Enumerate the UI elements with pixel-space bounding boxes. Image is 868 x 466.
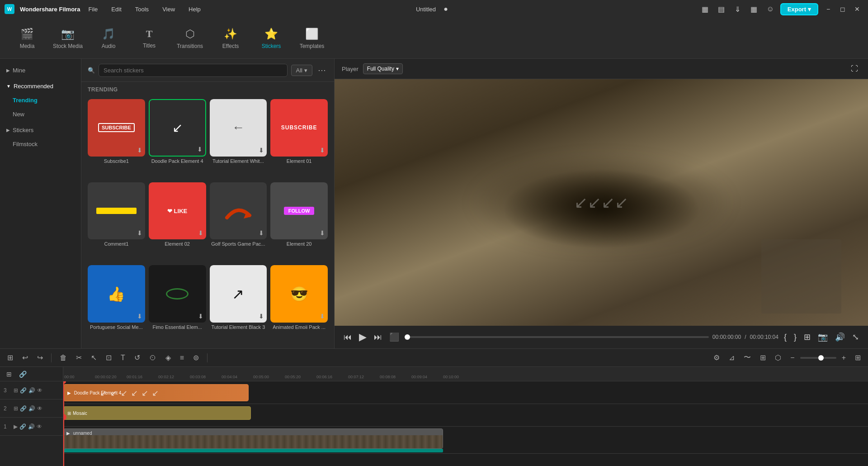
sticker-element02[interactable]: ❤ LIKE ⬇ Element 02 [149, 182, 206, 262]
apps-icon[interactable]: ▦ [748, 3, 760, 15]
track3-link-icon[interactable]: 🔗 [20, 387, 27, 394]
text-button[interactable]: T [118, 352, 128, 364]
zoom-slider[interactable] [800, 357, 836, 359]
download-emoji-icon[interactable]: ⬇ [320, 313, 325, 320]
menu-help[interactable]: Help [186, 4, 203, 14]
sidebar-header-mine[interactable]: ▶ Mine [0, 63, 81, 77]
filter-dropdown[interactable]: All ▾ [291, 65, 312, 76]
user-icon[interactable]: ☺ [764, 3, 777, 15]
toolbar-stickers[interactable]: ⭐ Stickers [253, 22, 289, 55]
sticker-tut-black[interactable]: ↗ ⬇ Tutorial Element Black 3 [210, 265, 267, 345]
zoom-in-button[interactable]: + [839, 352, 849, 364]
menu-tools[interactable]: Tools [132, 4, 151, 14]
mask-button[interactable]: ⊚ [190, 352, 202, 364]
menu-view[interactable]: View [160, 4, 178, 14]
project-status-icon[interactable]: ● [439, 3, 452, 15]
volume-icon[interactable]: 🔊 [833, 330, 847, 344]
zoom-out-button[interactable]: − [788, 352, 797, 364]
preview-fullscreen-icon[interactable]: ⛶ [848, 62, 861, 75]
track2-eye-icon[interactable]: 👁 [37, 405, 42, 412]
toolbar-titles[interactable]: T Titles [131, 22, 167, 55]
close-button[interactable]: ✕ [851, 3, 863, 15]
rotate-button[interactable]: ↺ [132, 352, 143, 364]
track2-volume-icon[interactable]: 🔊 [28, 405, 35, 412]
progress-bar[interactable] [405, 336, 709, 338]
settings-icon[interactable]: ⚙ [711, 352, 722, 364]
split-screen-icon[interactable]: ⊞ [757, 352, 769, 364]
track1-eye-icon[interactable]: 👁 [37, 423, 42, 430]
sidebar-item-new[interactable]: New [0, 107, 81, 121]
fit-view-icon[interactable]: ⊞ [4, 369, 14, 380]
download-element02-icon[interactable]: ⬇ [198, 229, 203, 237]
minimize-button[interactable]: − [822, 3, 835, 15]
download-portuguese-icon[interactable]: ⬇ [137, 313, 142, 320]
track2-link-icon[interactable]: 🔗 [20, 405, 27, 412]
timeline-ruler[interactable]: 00:00 00:00:02:20 00:01:16 00:02:12 00:0… [63, 367, 868, 381]
track1-link-icon[interactable]: 🔗 [19, 423, 26, 430]
download-element20-icon[interactable]: ⬇ [320, 229, 325, 237]
waveform-icon[interactable]: 〜 [741, 351, 754, 364]
track1-add-icon[interactable]: ▶ [14, 423, 18, 430]
undo-button[interactable]: ↩ [19, 352, 31, 364]
track3-add-icon[interactable]: ⊞ [14, 387, 18, 394]
link-icon[interactable]: 🔗 [16, 369, 29, 380]
download-comment1-icon[interactable]: ⬇ [137, 229, 142, 237]
mark-out-icon[interactable]: } [792, 331, 798, 344]
menu-file[interactable]: File [85, 4, 100, 14]
grid-view-button[interactable]: ⊞ [852, 352, 863, 364]
export-button[interactable]: Export ▾ [780, 3, 818, 15]
play-button[interactable]: ▶ [357, 329, 368, 345]
track3-volume-icon[interactable]: 🔊 [28, 387, 35, 394]
sticker-subscribe1[interactable]: SUBSCRIBE ⬇ Subscribe1 [88, 99, 145, 179]
crop-timeline-button[interactable]: ⊡ [103, 352, 114, 364]
stop-button[interactable]: ⬛ [387, 330, 401, 344]
grid-icon[interactable]: ▤ [715, 3, 728, 15]
toolbar-effects[interactable]: ✨ Effects [212, 22, 249, 55]
clip-mosaic[interactable]: ⊞ Mosaic [63, 406, 251, 420]
sidebar-item-trending[interactable]: Trending [0, 93, 81, 107]
download-tut-black-icon[interactable]: ⬇ [259, 313, 264, 320]
playhead[interactable] [63, 381, 64, 466]
sticker-element20[interactable]: FOLLOW ⬇ Element 20 Follow Element 20 [270, 182, 328, 262]
sticker-portuguese[interactable]: 👍 ⬇ Portuguese Social Me... [88, 265, 145, 345]
snapshot-icon[interactable]: 📷 [816, 330, 830, 344]
menu-edit[interactable]: Edit [108, 4, 124, 14]
download-element01-icon[interactable]: ⬇ [320, 147, 325, 154]
more-controls-icon[interactable]: ⤡ [850, 330, 861, 344]
clip-video[interactable]: ▶ unnamed [63, 428, 443, 449]
next-frame-button[interactable]: ⏭ [372, 331, 384, 344]
sticker-tutorial-white[interactable]: ← ⬇ Tutorial Element Whit... [210, 99, 267, 179]
toolbar-templates[interactable]: ⬜ Templates [294, 22, 330, 55]
download-doodle-icon[interactable]: ⬇ [197, 146, 203, 153]
sidebar-header-stickers[interactable]: ▶ Stickers [0, 123, 81, 137]
snap-icon[interactable]: ⊿ [726, 352, 737, 364]
track3-eye-icon[interactable]: 👁 [37, 387, 42, 394]
sticker-element01[interactable]: SUBSCRIBE ⬇ Element 01 [270, 99, 328, 179]
download-fimo-icon[interactable]: ⬇ [198, 313, 203, 320]
clip-doodle[interactable]: ▶ Doodle Pack Element 4 ↙↙↙↙↙↙ [63, 384, 249, 401]
audio-btn[interactable]: ≡ [177, 352, 187, 364]
search-input[interactable] [99, 64, 288, 77]
track2-add-icon[interactable]: ⊞ [14, 405, 18, 412]
download-golf-icon[interactable]: ⬇ [259, 229, 264, 237]
toolbar-audio[interactable]: 🎵 Audio [90, 22, 127, 55]
toolbar-media[interactable]: 🎬 Media [9, 22, 45, 55]
add-track-button[interactable]: ⊞ [5, 352, 16, 364]
toolbar-transitions[interactable]: ⬡ Transitions [172, 22, 208, 55]
track1-volume-icon[interactable]: 🔊 [28, 423, 35, 430]
color-button[interactable]: ◈ [163, 352, 174, 364]
restore-button[interactable]: ◻ [836, 3, 849, 15]
download-subscribe1-icon[interactable]: ⬇ [137, 147, 142, 154]
sticker-emoji[interactable]: 😎 ⬇ Animated Emoii Pack ... [270, 265, 328, 345]
download-icon[interactable]: ⇓ [731, 3, 744, 15]
detect-icon[interactable]: ⬡ [772, 352, 784, 364]
download-tutorial-icon[interactable]: ⬇ [259, 147, 264, 154]
sidebar-item-filmstock[interactable]: Filmstock [0, 137, 81, 151]
sticker-doodle[interactable]: ↙ ⬇ Doodle Pack Element 4 [149, 99, 206, 179]
sticker-golf[interactable]: ⬇ Golf Sports Game Pac... [210, 182, 267, 262]
redo-button[interactable]: ↪ [34, 352, 46, 364]
delete-button[interactable]: 🗑 [57, 352, 70, 364]
quality-select[interactable]: Full Quality ▾ [363, 63, 403, 74]
sticker-fimo[interactable]: ⬇ Fimo Essential Elem... [149, 265, 206, 345]
split-button[interactable]: ✂ [73, 352, 85, 364]
